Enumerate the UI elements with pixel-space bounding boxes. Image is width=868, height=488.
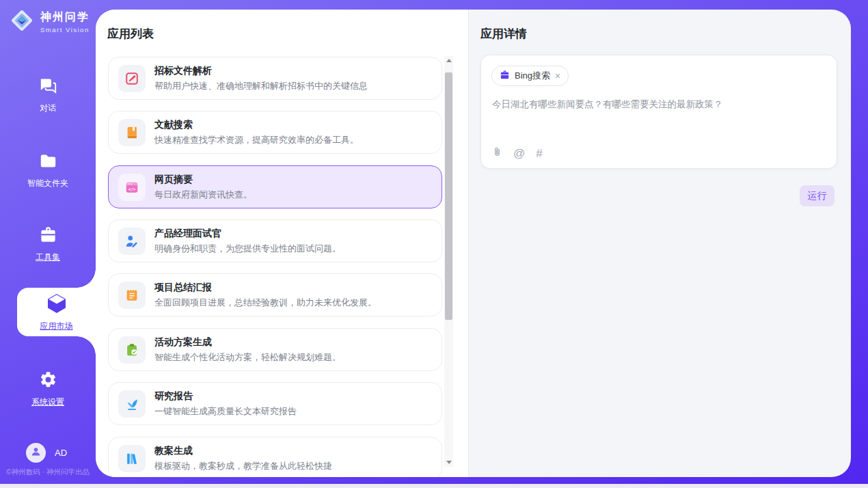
app-description: 每日政府新闻资讯快查。	[154, 189, 252, 201]
gear-icon	[39, 370, 57, 392]
sidebar-item-smart-folder[interactable]: 智能文件夹	[0, 152, 96, 189]
app-name: 研究报告	[154, 390, 297, 403]
app-description: 智能生成个性化活动方案，轻松解决规划难题。	[154, 351, 341, 364]
user-name: AD	[55, 448, 67, 458]
chat-icon	[39, 77, 57, 98]
mention-icon[interactable]: @	[513, 148, 525, 159]
avatar	[26, 443, 46, 463]
memo-icon	[118, 282, 146, 309]
book-icon	[118, 119, 146, 146]
app-description: 模板驱动，教案秒成，教学准备从此轻松快捷	[154, 460, 332, 472]
prompt-toolbar: @ #	[492, 146, 543, 161]
interviewer-icon	[118, 228, 146, 255]
app-description: 一键智能生成高质量长文本研究报告	[154, 405, 297, 418]
app-card-lesson-plan[interactable]: 教案生成 模板驱动，教案秒成，教学准备从此轻松快捷	[108, 437, 442, 477]
sidebar-item-app-market[interactable]: 应用市场	[17, 288, 96, 336]
scroll-up-icon[interactable]	[444, 56, 453, 65]
app-description: 快速精准查找学术资源，提高研究效率的必备工具。	[154, 134, 359, 146]
app-card-web-summary[interactable]: </> 网页摘要 每日政府新闻资讯快查。	[108, 165, 442, 208]
app-name: 教案生成	[154, 445, 332, 457]
sidebar-item-label: 应用市场	[40, 321, 73, 332]
user-account[interactable]: AD	[26, 443, 67, 463]
app-name: 活动方案生成	[154, 336, 341, 349]
books-icon	[118, 445, 146, 472]
sidebar-item-settings[interactable]: 系统设置	[0, 370, 96, 408]
app-name: 网页摘要	[154, 174, 252, 186]
app-detail-panel: 应用详情 Bing搜索 × 今日湖北有哪些新闻要点？有哪些需要关注的最新政策？	[469, 10, 851, 477]
prompt-input[interactable]: 今日湖北有哪些新闻要点？有哪些需要关注的最新政策？	[492, 98, 826, 111]
app-card-pm-interviewer[interactable]: 产品经理面试官 明确身份和职责，为您提供专业性的面试问题。	[108, 219, 442, 262]
scroll-down-icon[interactable]	[444, 458, 453, 467]
app-cards: 招标文件解析 帮助用户快速、准确地理解和解析招标书中的关键信息 文献搜索	[108, 10, 442, 477]
brand-logo: 神州问学 Smart Vision	[9, 8, 90, 36]
sidebar-item-chat[interactable]: 对话	[0, 77, 96, 114]
sidebar-item-label: 系统设置	[31, 396, 64, 408]
svg-text:</>: </>	[128, 186, 136, 191]
sidebar-item-toolset[interactable]: 工具集	[0, 226, 96, 263]
sidebar-item-label: 智能文件夹	[27, 178, 68, 189]
app-detail-title: 应用详情	[480, 26, 527, 42]
app-name: 招标文件解析	[154, 65, 368, 77]
brand-diamond-icon	[9, 8, 35, 36]
scrollbar-thumb[interactable]	[445, 72, 452, 320]
brand-name: 神州问学	[40, 10, 90, 25]
app-card-literature-search[interactable]: 文献搜索 快速精准查找学术资源，提高研究效率的必备工具。	[108, 111, 442, 154]
app-list-scrollbar[interactable]	[444, 56, 453, 467]
app-frame: 神州问学 Smart Vision 对话 智能文件夹 工具集	[0, 0, 868, 484]
browser-code-icon: </>	[118, 174, 146, 201]
prompt-card: Bing搜索 × 今日湖北有哪些新闻要点？有哪些需要关注的最新政策？ @ #	[480, 55, 837, 169]
hash-icon[interactable]: #	[536, 148, 542, 159]
person-icon	[30, 446, 42, 460]
app-name: 产品经理面试官	[154, 228, 341, 240]
folder-icon	[39, 152, 57, 173]
app-card-project-summary[interactable]: 项目总结汇报 全面回顾项目进展，总结经验教训，助力未来优化发展。	[108, 273, 442, 316]
toolbox-icon	[39, 226, 57, 247]
close-icon[interactable]: ×	[555, 71, 560, 81]
app-card-research-report[interactable]: 研究报告 一键智能生成高质量长文本研究报告	[108, 382, 442, 425]
app-description: 帮助用户快速、准确地理解和解析招标书中的关键信息	[154, 80, 368, 92]
app-name: 项目总结汇报	[154, 282, 377, 294]
brand-subtitle: Smart Vision	[40, 26, 90, 33]
app-card-activity-plan[interactable]: 活动方案生成 智能生成个性化活动方案，轻松解决规划难题。	[108, 328, 442, 371]
quill-icon	[118, 390, 146, 418]
app-list-panel: 应用列表 招标文件解析 帮助用户快速、准确地理解和解析招标书中的关键信息	[96, 10, 469, 477]
document-edit-icon	[118, 65, 146, 92]
tool-tag-bing-search[interactable]: Bing搜索 ×	[491, 66, 569, 86]
paperclip-icon[interactable]	[492, 146, 502, 161]
sidebar-item-label: 工具集	[36, 252, 60, 263]
briefcase-icon	[500, 70, 510, 83]
run-button[interactable]: 运行	[800, 185, 835, 206]
copyright-text: ©神州数码 · 神州问学出品	[0, 467, 96, 477]
app-name: 文献搜索	[154, 119, 359, 131]
sidebar-item-label: 对话	[40, 103, 56, 114]
app-card-bid-parse[interactable]: 招标文件解析 帮助用户快速、准确地理解和解析招标书中的关键信息	[108, 57, 442, 100]
content-area: 应用列表 招标文件解析 帮助用户快速、准确地理解和解析招标书中的关键信息	[96, 10, 851, 477]
app-description: 明确身份和职责，为您提供专业性的面试问题。	[154, 243, 341, 255]
tool-tag-label: Bing搜索	[515, 70, 550, 82]
cube-icon	[45, 292, 68, 318]
clipboard-check-icon	[118, 336, 146, 364]
app-description: 全面回顾项目进展，总结经验教训，助力未来优化发展。	[154, 297, 377, 309]
